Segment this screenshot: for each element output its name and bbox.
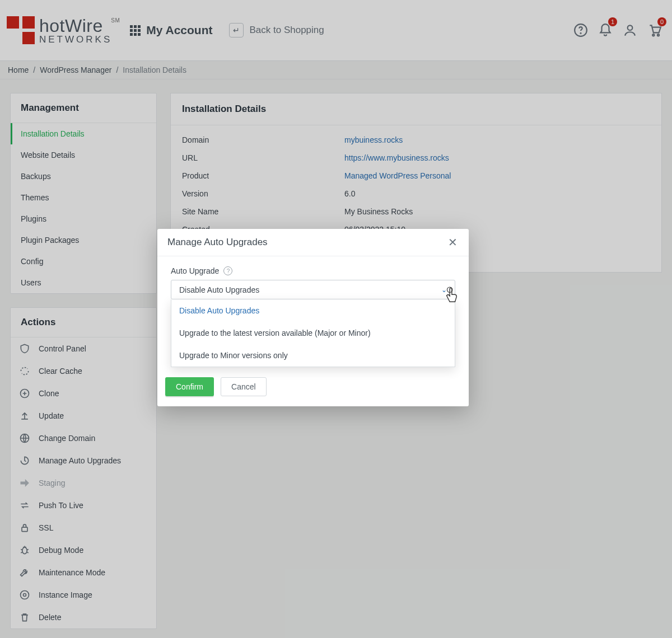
select-value: Disable Auto Upgrades bbox=[179, 285, 259, 294]
help-tooltip-icon[interactable]: ? bbox=[223, 266, 232, 275]
dropdown-option-minor[interactable]: Upgrade to Minor versions only bbox=[171, 344, 455, 367]
confirm-button[interactable]: Confirm bbox=[165, 377, 214, 396]
chevron-down-icon: ⌄ bbox=[441, 286, 447, 294]
auto-upgrade-select[interactable]: Disable Auto Upgrades ⌄ bbox=[171, 280, 455, 299]
dropdown-option-disable[interactable]: Disable Auto Upgrades bbox=[171, 299, 455, 322]
manage-auto-upgrades-modal: Manage Auto Upgrades ✕ Auto Upgrade ? Di… bbox=[157, 229, 469, 406]
modal-title: Manage Auto Upgrades bbox=[167, 237, 268, 248]
dropdown-option-latest[interactable]: Upgrade to the latest version available … bbox=[171, 322, 455, 344]
close-icon[interactable]: ✕ bbox=[448, 237, 458, 248]
auto-upgrade-dropdown: Disable Auto Upgrades Upgrade to the lat… bbox=[171, 299, 455, 367]
field-label: Auto Upgrade bbox=[171, 266, 219, 275]
cancel-button[interactable]: Cancel bbox=[221, 377, 267, 396]
